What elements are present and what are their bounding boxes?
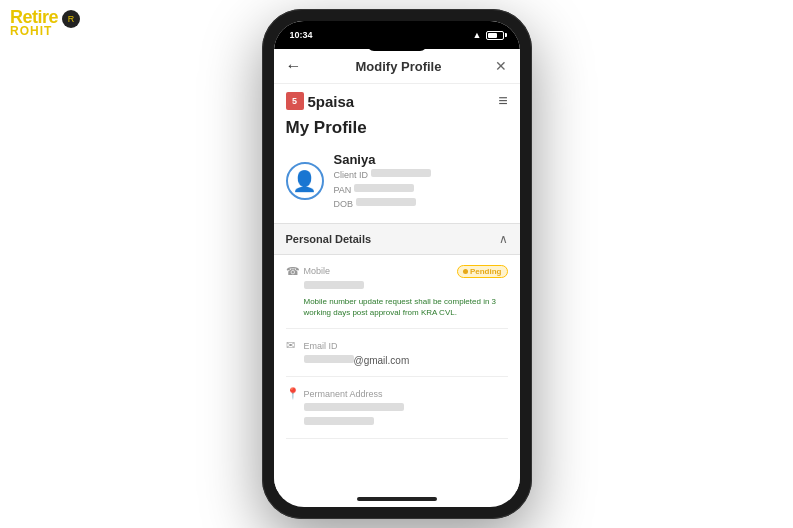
status-icons: ▲ xyxy=(473,30,504,40)
nav-title: Modify Profile xyxy=(356,59,442,74)
avatar: 👤 xyxy=(286,162,324,200)
profile-title: My Profile xyxy=(274,114,520,146)
address-icon: 📍 xyxy=(286,387,298,400)
user-meta-dob: DOB xyxy=(334,198,431,211)
address-value xyxy=(286,403,508,414)
personal-details-header[interactable]: Personal Details ∧ xyxy=(274,223,520,255)
pending-dot xyxy=(463,269,468,274)
status-bar: 10:34 ▲ xyxy=(274,21,520,49)
mobile-field: ☎ Mobile Pending Mobile number update re… xyxy=(286,255,508,329)
email-label-row: ✉ Email ID xyxy=(286,339,508,352)
dob-value xyxy=(356,198,416,206)
mobile-label-row: ☎ Mobile Pending xyxy=(286,265,508,278)
wifi-icon: ▲ xyxy=(473,30,482,40)
chevron-up-icon: ∧ xyxy=(499,232,508,246)
section-title: Personal Details xyxy=(286,233,372,245)
user-meta-pan: PAN xyxy=(334,184,431,197)
email-label: Email ID xyxy=(304,341,338,351)
pending-label: Pending xyxy=(470,267,502,276)
avatar-icon: 👤 xyxy=(292,169,317,193)
address-label: Permanent Address xyxy=(304,389,383,399)
email-value: @gmail.com xyxy=(286,355,508,366)
mobile-value xyxy=(286,281,508,292)
user-name: Saniya xyxy=(334,152,431,167)
notch-pill xyxy=(367,37,427,51)
battery-icon xyxy=(486,31,504,40)
status-time: 10:34 xyxy=(290,30,313,40)
address-label-row: 📍 Permanent Address xyxy=(286,387,508,400)
phone-screen: 10:34 ▲ ← Modify Profile ✕ 5 5paisa xyxy=(274,21,520,507)
watermark-coin-icon: R xyxy=(62,10,80,28)
home-indicator xyxy=(357,497,437,501)
fields-container: ☎ Mobile Pending Mobile number update re… xyxy=(274,255,520,491)
close-button[interactable]: ✕ xyxy=(495,58,507,74)
nav-bar: ← Modify Profile ✕ xyxy=(274,49,520,84)
app-header: 5 5paisa ≡ xyxy=(274,84,520,114)
user-details: Saniya Client ID PAN DOB xyxy=(334,152,431,211)
hamburger-button[interactable]: ≡ xyxy=(498,92,507,110)
pending-badge: Pending xyxy=(457,265,508,278)
app-content: ← Modify Profile ✕ 5 5paisa ≡ My Profile… xyxy=(274,49,520,491)
email-icon: ✉ xyxy=(286,339,298,352)
logo-icon: 5 xyxy=(286,92,304,110)
address-field: 📍 Permanent Address xyxy=(286,377,508,439)
logo-container: 5 5paisa xyxy=(286,92,355,110)
back-button[interactable]: ← xyxy=(286,57,302,75)
pan-value xyxy=(354,184,414,192)
address-value-2 xyxy=(286,417,508,428)
mobile-icon: ☎ xyxy=(286,265,298,278)
mobile-label: Mobile xyxy=(304,266,331,276)
mobile-pending-note: Mobile number update request shall be co… xyxy=(286,296,508,318)
watermark-logo: Retire R ROHIT xyxy=(10,8,58,38)
watermark-retire-text: Retire xyxy=(10,8,58,26)
phone-frame: 10:34 ▲ ← Modify Profile ✕ 5 5paisa xyxy=(262,9,532,519)
user-meta-clientid: Client ID xyxy=(334,169,431,182)
user-info: 👤 Saniya Client ID PAN DOB xyxy=(274,146,520,223)
logo-text: 5paisa xyxy=(308,93,355,110)
client-id-value xyxy=(371,169,431,177)
email-field: ✉ Email ID @gmail.com xyxy=(286,329,508,377)
battery-fill xyxy=(488,33,498,38)
